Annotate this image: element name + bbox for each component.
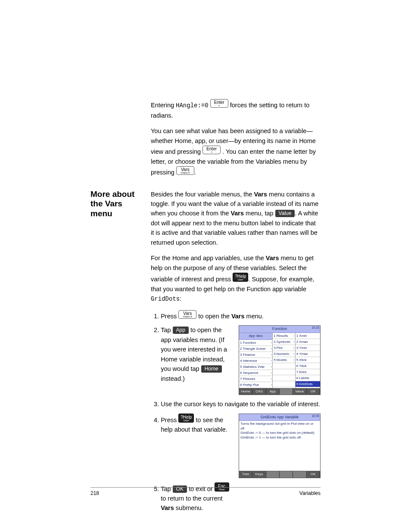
vars-key-icon: VarsChars A (178, 310, 196, 319)
list-item (273, 363, 295, 369)
list-item: 1 Xmin (296, 333, 320, 339)
help-key-icon: ?HelpUser (233, 273, 248, 282)
list-item: 3 Ymin (296, 345, 320, 351)
help-line: Turns the background dot grid in Plot vi… (240, 422, 319, 431)
ss2-help-body: Turns the background dot grid in Plot vi… (239, 421, 320, 471)
softkey: OK (307, 471, 320, 477)
steps-list: Press VarsChars A to open the Vars menu.… (151, 310, 321, 513)
list-item: 7 Axes (296, 369, 320, 375)
intro-block: Entering HAngle:=0 Enter≈ forces the set… (90, 99, 321, 184)
page-footer: 218 Variables (90, 487, 321, 498)
step-2: Tap App to open the app variables menu. … (161, 325, 321, 395)
list-item: 4 Inference› (239, 358, 272, 364)
help-line: GridDots := 0 — to turn the grid dots on… (240, 431, 319, 435)
list-item: 7 Pictures› (239, 376, 272, 382)
step-1: Press VarsChars A to open the Vars menu. (161, 310, 321, 321)
section-more-about-vars: More about the Vars menu Besides the fou… (90, 190, 321, 517)
softkey-blank (280, 389, 293, 395)
ss1-softkey-row: Home CAS App Value OK (239, 388, 320, 395)
step-4: Press ?HelpUser to see the help about th… (161, 414, 321, 478)
text: Entering (151, 102, 176, 109)
intro-p1: Entering HAngle:=0 Enter≈ forces the set… (151, 99, 321, 120)
ss1-titlebar: Function 10:23 (239, 326, 320, 333)
screenshot-help-griddots: GridDots App Variable 10:33 Turns the ba… (239, 414, 321, 478)
list-item: 8 Labels (296, 375, 320, 381)
list-item-selected: 9 GridDots (296, 381, 320, 387)
softkey: OK (307, 389, 320, 395)
list-item: 3 Plot› (273, 345, 295, 351)
softkey: Tree (239, 471, 252, 477)
list-item: 5 Modes› (273, 357, 295, 363)
vars-key-icon: VarsChars A (176, 166, 194, 175)
screenshot-vars-menu: Function 10:23 App Vars 1 Function› 2 Tr… (239, 325, 321, 395)
step-5: Tap OK to exit or EscClear to return to … (161, 482, 230, 513)
list-item: 5 Xtick (296, 357, 320, 363)
help-key-icon: ?HelpUser (178, 414, 194, 423)
ss2-time: 10:33 (311, 414, 319, 419)
list-item: 4 Ymax (296, 351, 320, 357)
list-item: 6 Sequence› (239, 370, 272, 376)
list-item: 5 Statistics 2Var› (239, 364, 272, 370)
list-item: 2 Triangle Solver› (239, 346, 272, 352)
enter-key-icon: Enter≈ (202, 146, 221, 154)
list-item: 3 Finance› (239, 352, 272, 358)
list-item: 2 Xmax (296, 339, 320, 345)
list-item: 2 Symbolic› (273, 339, 295, 345)
list-item: 8 Pretty Plot› (239, 382, 272, 388)
chapter-name: Variables (299, 489, 321, 498)
step-3: Use the cursor keys to navigate to the v… (161, 399, 321, 409)
ss1-col1-header: App Vars (239, 333, 272, 339)
code-hangle: HAngle:=0 (176, 102, 209, 109)
list-item: 1 Results› (273, 333, 295, 339)
ss1-time: 10:23 (311, 326, 319, 330)
intro-p2: You can see what value has been assigned… (151, 126, 321, 177)
list-item (273, 369, 295, 375)
softkey: Home (239, 389, 252, 395)
section-heading: More about the Vars menu (90, 190, 143, 219)
list-item (273, 381, 295, 387)
ss2-softkey-row: Tree Keys OK (239, 471, 320, 477)
text: . (194, 169, 196, 176)
home-softbutton-icon: Home (201, 365, 222, 373)
list-item (273, 375, 295, 381)
softkey: CAS (252, 389, 266, 395)
list-item: 1 Function› (239, 340, 272, 346)
enter-key-icon: Enter≈ (210, 99, 228, 108)
softkey-blank (280, 471, 293, 477)
softkey: Value (293, 389, 306, 395)
help-line: GridDots := 1 — to turn the grid dots of… (240, 436, 319, 440)
softkey-blank (266, 471, 280, 477)
app-softbutton-icon: App (173, 327, 189, 334)
manual-page: Entering HAngle:=0 Enter≈ forces the set… (0, 0, 411, 532)
value-softbutton-icon: Value (275, 210, 295, 217)
softkey: App (266, 389, 280, 395)
section-p2: For the Home and app variables, use the … (151, 253, 321, 304)
softkey: Keys (252, 471, 266, 477)
softkey-blank (293, 471, 306, 477)
ss2-titlebar: GridDots App Variable 10:33 (239, 414, 320, 421)
list-item: 6 Ytick (296, 363, 320, 369)
code-griddots: GridDots (151, 296, 180, 302)
list-item: 4 Numeric› (273, 351, 295, 357)
section-p1: Besides the four variable menus, the Var… (151, 190, 321, 248)
page-number: 218 (90, 489, 99, 498)
